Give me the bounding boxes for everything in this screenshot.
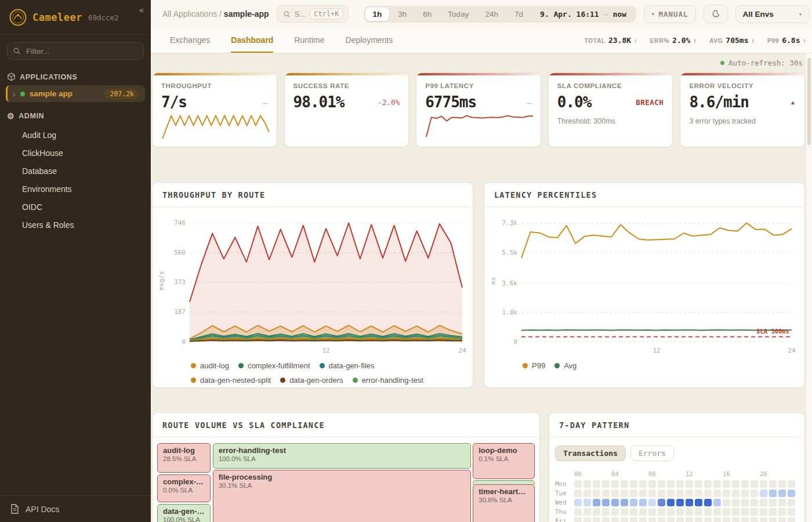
heatmap-cell [695, 499, 702, 506]
stat-label: TOTAL [584, 37, 606, 44]
heatmap-cell [574, 517, 582, 522]
sidebar-item-clickhouse[interactable]: ClickHouse [0, 144, 151, 162]
range-pill-3h[interactable]: 3h [390, 8, 414, 21]
chevron-right-icon[interactable]: › [13, 89, 16, 99]
trend-up-icon: ↑ [803, 37, 807, 44]
sidebar-item-sample-app[interactable]: › sample app 207.2k [6, 85, 145, 102]
chevron-down-icon: ▾ [799, 11, 802, 17]
tab-exchanges[interactable]: Exchanges [170, 28, 210, 53]
kpi-card-success-rate: SUCCESS RATE98.01%-2.0% [284, 72, 409, 147]
sidebar-collapse-icon[interactable]: « [139, 5, 144, 14]
environment-select[interactable]: All Envs ▾ [735, 5, 810, 23]
sidebar-item-oidc[interactable]: OIDC [0, 198, 151, 216]
heatmap-cell [769, 490, 777, 497]
stat-value: 2.0% [672, 36, 690, 45]
legend-item-complex-fulfillment[interactable]: complex-fulfillment [238, 361, 310, 370]
heatmap-cell [583, 480, 591, 488]
tile-name: audit-log [163, 446, 205, 455]
heatmap-cell [611, 517, 619, 522]
toggle-transactions[interactable]: Transactions [555, 445, 626, 461]
heatmap-cell [713, 480, 721, 488]
heatmap-cell [686, 490, 693, 497]
kpi-body: THROUGHPUT7/s– [153, 75, 277, 144]
manual-refresh-button[interactable]: ● MANUAL [644, 5, 696, 23]
heatmap-hour-label [695, 470, 702, 478]
legend-item-data-gen-nested-split[interactable]: data-gen-nested-split [191, 376, 271, 385]
heatmap-cell [639, 517, 647, 522]
search-placeholder-text: S... [295, 10, 306, 19]
toggle-errors[interactable]: Errors [630, 445, 674, 461]
scrollbar-thumb[interactable] [807, 58, 811, 145]
theme-toggle-button[interactable] [704, 5, 728, 23]
heatmap-cell [658, 517, 665, 522]
legend-label: data-gen-orders [289, 376, 343, 385]
tab-deployments[interactable]: Deployments [346, 28, 393, 53]
range-pill-24h[interactable]: 24h [477, 8, 506, 21]
heatmap-day-label: Tue [555, 490, 572, 497]
svg-text:12: 12 [322, 347, 329, 354]
date-start: 9. Apr. 16:11 [540, 10, 599, 19]
date-range-picker[interactable]: 9. Apr. 16:11 — now [532, 10, 635, 19]
heatmap-cell [667, 480, 675, 488]
sidebar-item-users-roles[interactable]: Users & Roles [0, 216, 151, 234]
kpi-value: 98.01% [293, 93, 345, 111]
svg-text:24: 24 [788, 347, 796, 354]
range-pill-1h[interactable]: 1h [365, 8, 390, 21]
api-docs-label: API Docs [26, 505, 59, 514]
kpi-value: 6775ms [425, 93, 476, 111]
legend-item-p99[interactable]: P99 [523, 361, 545, 370]
heatmap-cell [621, 480, 628, 488]
trend-up-icon: ↑ [693, 37, 697, 44]
legend-label: error-handling-test [362, 376, 423, 385]
tab-runtime[interactable]: Runtime [294, 28, 324, 53]
heatmap-cell [658, 499, 665, 506]
heatmap-hour-label [583, 470, 591, 478]
brand-name: Cameleer [32, 12, 82, 23]
heatmap-cell [611, 490, 619, 497]
legend-item-data-gen-orders[interactable]: data-gen-orders [280, 376, 343, 385]
treemap-tile-complex-fulfillment[interactable]: complex-fulfillment0.0% SLA [157, 474, 211, 502]
legend-item-data-gen-files[interactable]: data-gen-files [320, 361, 375, 370]
treemap-tile-timer-heartbeat[interactable]: timer-heartbeat30.6% SLA [473, 484, 535, 522]
range-pill-6h[interactable]: 6h [415, 8, 439, 21]
range-pill-7d[interactable]: 7d [507, 8, 531, 21]
heatmap-cell [593, 480, 600, 488]
sidebar-item-api-docs[interactable]: API Docs [0, 495, 151, 522]
svg-text:746: 746 [174, 219, 186, 227]
range-pill-today[interactable]: Today [440, 8, 476, 21]
heatmap-cell [583, 517, 591, 522]
treemap-tile-audit-log[interactable]: audit-log28.5% SLA [157, 443, 211, 473]
search-shortcut-kbd: Ctrl+K [310, 9, 343, 19]
heatmap-hour-label [732, 470, 740, 478]
sidebar-item-database[interactable]: Database [0, 162, 151, 180]
tabs: ExchangesDashboardRuntimeDeployments [170, 28, 393, 53]
heatmap-cell [667, 508, 675, 516]
heatmap-cell [639, 490, 647, 497]
treemap-tile-file-processing[interactable]: file-processing30.1% SLA [213, 470, 471, 522]
sidebar-item-audit-log[interactable]: Audit Log [0, 126, 151, 144]
heatmap-cell [769, 517, 777, 522]
heatmap-cell [788, 508, 795, 516]
filter-input[interactable] [7, 42, 144, 60]
svg-text:12: 12 [652, 347, 660, 354]
heatmap-cell [723, 480, 730, 488]
legend-item-error-handling-test[interactable]: error-handling-test [353, 376, 423, 385]
treemap-tile-data-gen-files[interactable]: data-gen-files100.0% SLA [157, 504, 211, 522]
kpi-body: P99 LATENCY6775ms– [416, 75, 541, 144]
treemap-tile-error-handling-test[interactable]: error-handling-test100.0% SLA [213, 443, 471, 469]
tab-dashboard[interactable]: Dashboard [231, 28, 273, 53]
treemap-tile-loop-demo[interactable]: loop-demo0.1% SLA [473, 443, 535, 479]
heatmap-cell [648, 490, 656, 497]
global-search[interactable]: S... Ctrl+K [277, 5, 349, 23]
breadcrumb-root[interactable]: All Applications [162, 9, 217, 19]
sidebar-header: Cameleer 69dcce2 « [0, 0, 151, 35]
stat-label: P99 [767, 37, 779, 44]
sidebar-item-environments[interactable]: Environments [0, 180, 151, 198]
tile-sla: 0.1% SLA [478, 455, 529, 462]
heatmap-hour-label [788, 470, 795, 478]
scrollbar[interactable] [806, 53, 812, 522]
legend-item-avg[interactable]: Avg [554, 361, 577, 370]
kpi-value: 8.6/min [689, 93, 749, 111]
build-hash: 69dcce2 [88, 13, 119, 22]
legend-item-audit-log[interactable]: audit-log [191, 361, 229, 370]
